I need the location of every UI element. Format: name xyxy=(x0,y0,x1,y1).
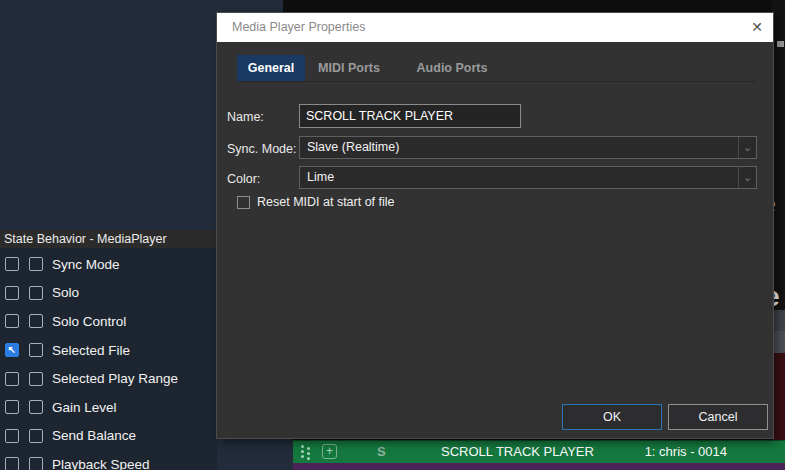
dialog-titlebar[interactable]: Media Player Properties ✕ xyxy=(217,13,773,42)
state-row: Sync Mode xyxy=(0,250,217,279)
background-red-bar xyxy=(772,353,785,440)
background-gray-bar-2 xyxy=(772,331,785,353)
ok-button[interactable]: OK xyxy=(562,404,662,430)
state-checkbox-primary[interactable] xyxy=(5,286,19,300)
close-icon[interactable]: ✕ xyxy=(743,13,771,42)
state-checkbox-secondary[interactable] xyxy=(29,457,43,470)
state-row: Gain Level xyxy=(0,393,217,422)
state-row: Solo Control xyxy=(0,307,217,336)
background-gray-square xyxy=(777,41,784,47)
state-checkbox-secondary[interactable] xyxy=(29,286,43,300)
color-label: Color: xyxy=(227,167,299,191)
state-panel-rows: Sync Mode Solo Solo Control ↖ Selected F… xyxy=(0,250,217,470)
state-row-label: Solo Control xyxy=(52,314,126,329)
background-navy-top-strip xyxy=(217,0,283,14)
sync-mode-value: Slave (Realtime) xyxy=(300,137,738,158)
player-track-bar[interactable]: + S SCROLL TRACK PLAYER 1: chris - 0014 xyxy=(293,440,785,463)
tab-midi-ports[interactable]: MIDI Ports xyxy=(311,55,387,81)
background-gray-bar-1 xyxy=(772,310,785,331)
chevron-down-icon[interactable]: ⌄ xyxy=(738,137,756,158)
state-checkbox-primary[interactable] xyxy=(5,457,19,470)
name-label: Name: xyxy=(227,105,299,129)
state-row-label: Solo xyxy=(52,285,79,300)
player-bar-purple-strip xyxy=(293,463,785,470)
reset-midi-checkbox[interactable] xyxy=(237,196,250,209)
add-icon[interactable]: + xyxy=(322,444,337,459)
state-checkbox-secondary[interactable] xyxy=(29,372,43,386)
state-row-label: Selected File xyxy=(52,343,130,358)
sync-mode-dropdown[interactable]: Slave (Realtime) ⌄ xyxy=(299,136,757,159)
state-row: Send Balance xyxy=(0,422,217,451)
sync-indicator: S xyxy=(377,441,386,463)
state-checkbox-secondary[interactable] xyxy=(29,343,43,357)
player-track-title: SCROLL TRACK PLAYER xyxy=(441,441,594,463)
cancel-button[interactable]: Cancel xyxy=(668,404,768,430)
state-row-label: Selected Play Range xyxy=(52,371,178,386)
state-checkbox-secondary[interactable] xyxy=(29,400,43,414)
state-checkbox-primary[interactable] xyxy=(5,257,19,271)
tab-underline xyxy=(237,81,755,82)
chevron-down-icon[interactable]: ⌄ xyxy=(738,167,756,188)
state-row-label: Gain Level xyxy=(52,400,117,415)
state-row: ↖ Selected File xyxy=(0,336,217,365)
state-row-label: Playback Speed xyxy=(52,457,150,470)
state-row: Solo xyxy=(0,279,217,308)
tab-general[interactable]: General xyxy=(237,55,305,81)
state-checkbox-primary[interactable] xyxy=(5,314,19,328)
state-panel-header: State Behavior - MediaPlayer xyxy=(0,230,217,248)
state-row: Selected Play Range xyxy=(0,364,217,393)
tab-audio-ports[interactable]: Audio Ports xyxy=(407,55,497,81)
color-value: Lime xyxy=(300,167,738,188)
reset-midi-label: Reset MIDI at start of file xyxy=(257,195,395,210)
state-row: Playback Speed xyxy=(0,450,217,470)
state-checkbox-secondary[interactable] xyxy=(29,429,43,443)
background-navy-area xyxy=(0,0,217,230)
sync-mode-label: Sync. Mode: xyxy=(227,137,299,161)
state-checkbox-secondary[interactable] xyxy=(29,257,43,271)
media-player-properties-dialog: Media Player Properties ✕ General MIDI P… xyxy=(217,13,773,438)
state-checkbox-secondary[interactable] xyxy=(29,314,43,328)
state-checkbox-primary[interactable]: ↖ xyxy=(5,343,19,357)
drag-handle-icon[interactable] xyxy=(301,445,313,460)
color-dropdown[interactable]: Lime ⌄ xyxy=(299,166,757,189)
background-navy-bottom-gap xyxy=(217,438,293,470)
state-checkbox-primary[interactable] xyxy=(5,429,19,443)
state-checkbox-primary[interactable] xyxy=(5,372,19,386)
state-row-label: Send Balance xyxy=(52,428,136,443)
player-session-label: 1: chris - 0014 xyxy=(645,441,727,463)
screen: e le State Behavior - MediaPlayer Sync M… xyxy=(0,0,785,470)
state-checkbox-primary[interactable] xyxy=(5,400,19,414)
state-row-label: Sync Mode xyxy=(52,257,120,272)
state-behavior-panel: State Behavior - MediaPlayer Sync Mode S… xyxy=(0,230,217,470)
dialog-title: Media Player Properties xyxy=(232,13,365,42)
name-input[interactable] xyxy=(299,104,521,128)
